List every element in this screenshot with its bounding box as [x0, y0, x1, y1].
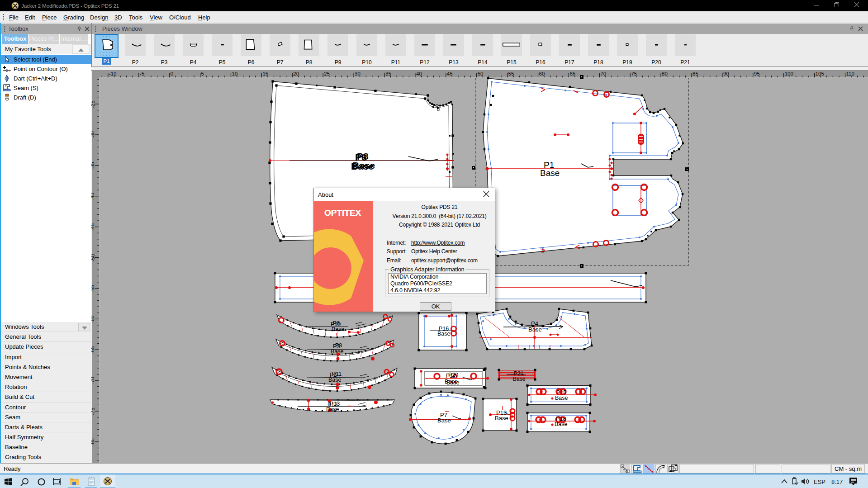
svg-text:Base: Base	[446, 379, 460, 386]
svg-text:30: 30	[355, 71, 360, 76]
svg-text:35: 35	[385, 71, 391, 76]
svg-text:P20: P20	[448, 372, 458, 378]
svg-text:-35: -35	[91, 162, 95, 170]
svg-text:50: 50	[478, 71, 484, 76]
svg-text:Base: Base	[352, 160, 375, 171]
svg-text:90: 90	[723, 71, 729, 76]
svg-text:-55: -55	[91, 285, 95, 293]
svg-text:Base: Base	[555, 395, 568, 401]
svg-text:Base: Base	[513, 376, 526, 382]
svg-text:-50: -50	[91, 254, 95, 262]
svg-text:110: 110	[846, 71, 854, 76]
svg-text:-5: -5	[140, 71, 144, 76]
svg-text:80: 80	[662, 71, 668, 76]
svg-text:5: 5	[201, 71, 204, 76]
svg-text:Base: Base	[437, 331, 451, 337]
svg-text:85: 85	[693, 71, 698, 76]
svg-text:95: 95	[754, 71, 760, 76]
svg-text:P11: P11	[332, 371, 342, 377]
svg-text:75: 75	[631, 71, 637, 76]
svg-text:55: 55	[508, 71, 514, 76]
svg-text:Base: Base	[332, 326, 345, 332]
svg-text:-65: -65	[91, 346, 95, 354]
svg-text:Base: Base	[495, 415, 508, 422]
svg-text:Base: Base	[555, 421, 568, 427]
svg-text:60: 60	[539, 71, 545, 76]
svg-text:10: 10	[232, 71, 238, 76]
svg-text:20: 20	[293, 71, 299, 76]
svg-text:Base: Base	[328, 377, 342, 383]
svg-text:-45: -45	[91, 223, 95, 231]
svg-text:0: 0	[171, 71, 173, 76]
svg-text:40: 40	[416, 71, 422, 76]
svg-text:Base: Base	[326, 406, 339, 412]
svg-text:-25: -25	[91, 100, 95, 108]
svg-text:-40: -40	[91, 193, 95, 200]
svg-text:Base: Base	[540, 168, 560, 178]
svg-text:45: 45	[447, 71, 453, 76]
svg-text:Base: Base	[528, 326, 542, 333]
svg-text:Base: Base	[437, 417, 451, 424]
svg-text:105: 105	[816, 71, 824, 76]
svg-text:-80: -80	[91, 438, 95, 446]
svg-text:70: 70	[600, 71, 606, 76]
svg-text:-10: -10	[109, 71, 117, 76]
svg-text:-30: -30	[91, 131, 95, 139]
svg-text:-70: -70	[91, 377, 95, 384]
svg-text:-60: -60	[91, 316, 95, 323]
svg-text:25: 25	[324, 71, 330, 76]
svg-text:-75: -75	[91, 407, 95, 415]
svg-text:65: 65	[569, 71, 575, 76]
svg-text:100: 100	[785, 71, 793, 76]
svg-text:15: 15	[262, 71, 268, 76]
